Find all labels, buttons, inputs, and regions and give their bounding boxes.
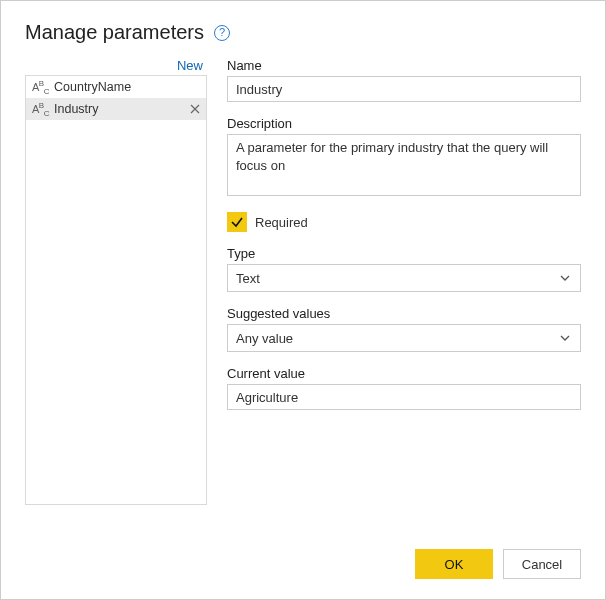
manage-parameters-dialog: Manage parameters ? New ABC CountryName … [0,0,606,600]
type-label: Type [227,246,581,261]
required-row: Required [227,212,581,232]
suggested-label: Suggested values [227,306,581,321]
type-select[interactable]: Text [227,264,581,292]
delete-parameter-icon[interactable] [188,102,202,116]
sidebar-top: New [25,58,207,73]
chevron-down-icon [558,271,572,285]
current-value-input[interactable] [227,384,581,410]
parameter-label: CountryName [54,80,202,94]
parameter-form: Name Description Required Type Text Sugg… [227,58,581,505]
suggested-values-select[interactable]: Any value [227,324,581,352]
name-input[interactable] [227,76,581,102]
chevron-down-icon [558,331,572,345]
help-icon[interactable]: ? [214,25,230,41]
dialog-footer: OK Cancel [415,549,581,579]
required-checkbox[interactable] [227,212,247,232]
dialog-body: New ABC CountryName ABC Industry Name [25,58,581,505]
current-value-label: Current value [227,366,581,381]
dialog-title-row: Manage parameters ? [25,21,581,44]
new-parameter-link[interactable]: New [177,58,203,73]
parameter-row-industry[interactable]: ABC Industry [26,98,206,120]
description-label: Description [227,116,581,131]
dialog-title: Manage parameters [25,21,204,44]
cancel-button[interactable]: Cancel [503,549,581,579]
ok-button[interactable]: OK [415,549,493,579]
parameter-list: ABC CountryName ABC Industry [25,75,207,505]
required-label: Required [255,215,308,230]
type-value: Text [236,271,260,286]
description-input[interactable] [227,134,581,196]
parameter-sidebar: New ABC CountryName ABC Industry [25,58,207,505]
text-type-icon: ABC [32,79,50,96]
parameter-row-countryname[interactable]: ABC CountryName [26,76,206,98]
parameter-label: Industry [54,102,188,116]
suggested-value: Any value [236,331,293,346]
name-label: Name [227,58,581,73]
text-type-icon: ABC [32,101,50,118]
